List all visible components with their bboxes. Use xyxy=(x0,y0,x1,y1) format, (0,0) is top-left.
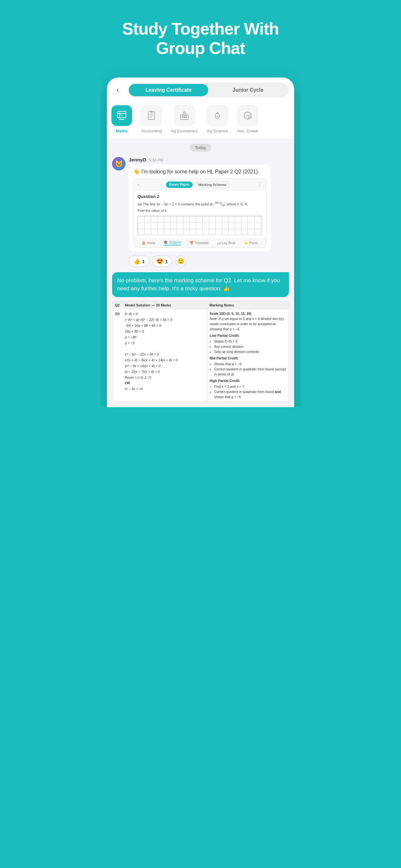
jenny-message-content: JennyD 5:34 PM 👋 I'm looking for some he… xyxy=(129,157,289,252)
jenny-bubble: 👋 I'm looking for some help on HL Paper … xyxy=(129,164,271,252)
thumbs-up-reaction[interactable]: 👍 1 xyxy=(129,255,149,267)
svg-text:+: + xyxy=(121,114,123,118)
outgoing-text: No problem, here's the marking scheme fo… xyxy=(117,277,284,292)
subject-item-anc-greek[interactable]: AG Anc. Greek xyxy=(233,103,263,138)
low-credit-label: Low Partial Credit: xyxy=(210,333,286,338)
footer-logbook[interactable]: 📖 Log Book xyxy=(217,241,235,245)
low-item-2: Any correct division xyxy=(214,344,286,349)
ag-economics-label: Ag Economics xyxy=(171,128,197,133)
anc-greek-icon-box: AG xyxy=(237,105,258,126)
notes-cell: Scale 20D (0, 5, 10, 15, 20) Note: If q … xyxy=(207,309,289,402)
marking-table: Q2 Model Solution — 30 Marks Marking Not… xyxy=(112,301,289,402)
answer-grid xyxy=(137,216,262,235)
solution-cell: f(−4) = 0 (−4)³ + q(−4)² − 22(−4) + 56 =… xyxy=(122,309,207,402)
question-text: (a) The line 3x − 6y + 2 = 0 contains th… xyxy=(137,201,262,213)
date-label: Today xyxy=(112,144,289,152)
anc-greek-label: Anc. Greek xyxy=(237,128,258,133)
col-notes: Marking Notes xyxy=(207,301,289,309)
heart-eyes-reaction[interactable]: 😍 1 xyxy=(152,255,172,267)
low-item-1: States f(−4) = 0 xyxy=(214,339,286,344)
tab-leaving-certificate[interactable]: Leaving Certificate xyxy=(129,84,208,96)
ag-science-icon-box xyxy=(207,105,227,126)
exam-preview-body: Question 2 (a) The line 3x − 6y + 2 = 0 … xyxy=(134,191,266,238)
smiley-icon: 🙂 xyxy=(177,258,184,265)
marking-scheme-tab[interactable]: Marking Scheme xyxy=(195,182,230,188)
back-button[interactable]: ‹ xyxy=(112,84,124,96)
note-intro: Note: If q set equal to 5 and x + 4 divi… xyxy=(210,317,284,331)
row-part: (b) xyxy=(112,309,122,402)
jenny-username: JennyD xyxy=(129,157,146,162)
outgoing-message: No problem, here's the marking scheme fo… xyxy=(112,272,289,402)
tab-junior-cycle[interactable]: Junior Cycle xyxy=(208,84,288,96)
tab-bar: ‹ Leaving Certificate Junior Cycle xyxy=(107,78,294,97)
svg-point-16 xyxy=(217,116,218,117)
subjects-row: + Maths Accounting xyxy=(107,97,294,138)
ag-economics-icon-box xyxy=(174,105,195,126)
mid-item-2: Correct quotient in quadratic form found… xyxy=(214,367,286,377)
high-credit-label: High Partial Credit: xyxy=(210,378,286,383)
outgoing-bubble: No problem, here's the marking scheme fo… xyxy=(112,272,289,297)
phone-container: ‹ Leaving Certificate Junior Cycle + xyxy=(100,71,301,407)
accounting-icon-box xyxy=(141,105,162,126)
question-title: Question 2 xyxy=(137,194,262,199)
marking-notes: Scale 20D (0, 5, 10, 15, 20) Note: If q … xyxy=(210,311,286,399)
maths-icon-box: + xyxy=(112,105,132,126)
col-q2: Q2 xyxy=(112,301,122,309)
footer-subjects[interactable]: 📚 Subjects xyxy=(164,241,181,245)
low-credit-list: States f(−4) = 0 Any correct division Se… xyxy=(214,339,286,354)
scale-text: Scale 20D (0, 5, 10, 15, 20) xyxy=(210,312,251,315)
jenny-avatar: 🐱 xyxy=(112,157,126,170)
heart-eyes-count: 1 xyxy=(165,259,167,264)
subject-item-ag-science[interactable]: Ag Science xyxy=(202,103,233,138)
col-solution: Model Solution — 30 Marks xyxy=(122,301,207,309)
subject-item-maths[interactable]: + Maths xyxy=(107,103,136,138)
incoming-message: 🐱 JennyD 5:34 PM 👋 I'm looking for some … xyxy=(112,157,289,252)
jenny-message-text: 👋 I'm looking for some help on HL Paper … xyxy=(133,168,266,175)
hero-section: Study Together With Group Chat xyxy=(100,0,301,71)
ag-science-label: Ag Science xyxy=(207,128,228,133)
exam-preview-tabs: Exam Paper Marking Scheme xyxy=(166,182,230,188)
jenny-timestamp: 5:34 PM xyxy=(149,158,163,162)
table-header-row: Q2 Model Solution — 30 Marks Marking Not… xyxy=(112,301,289,309)
svg-rect-15 xyxy=(186,116,187,118)
mid-item-1: Shows that q = −5 xyxy=(214,362,286,367)
mid-credit-list: Shows that q = −5 Correct quotient in qu… xyxy=(214,362,286,377)
exam-preview-header: ‹ Exam Paper Marking Scheme ⋮ xyxy=(134,179,266,191)
thumbs-up-emoji: 👍 xyxy=(133,258,141,265)
high-item-2: Correct quotient in quadratic form found… xyxy=(214,390,286,400)
svg-rect-14 xyxy=(184,116,185,118)
high-item-1: Find x = 2 and x = 7 xyxy=(214,384,286,390)
svg-text:AG: AG xyxy=(249,117,252,119)
exam-paper-tab[interactable]: Exam Paper xyxy=(166,182,193,188)
marking-scheme-table: Q2 Model Solution — 30 Marks Marking Not… xyxy=(112,301,289,402)
tabs-wrapper: Leaving Certificate Junior Cycle xyxy=(127,83,289,97)
footer-points[interactable]: ⭐ Points xyxy=(244,241,258,245)
question-body: The line 3x − 6y + 2 = 0 contains the po… xyxy=(143,202,248,206)
subject-item-ag-economics[interactable]: Ag Economics xyxy=(166,103,202,138)
reactions-row: 👍 1 😍 1 🙂 xyxy=(129,255,289,267)
add-reaction-button[interactable]: 🙂 xyxy=(175,255,187,267)
svg-rect-13 xyxy=(182,116,183,118)
hero-title: Study Together With Group Chat xyxy=(113,20,288,58)
date-pill: Today xyxy=(190,144,212,152)
question-find: Find the value of k. xyxy=(137,209,167,213)
exam-preview-card[interactable]: ‹ Exam Paper Marking Scheme ⋮ Question 2 xyxy=(133,179,266,248)
accounting-label: Accounting xyxy=(141,128,162,133)
question-part: (a) xyxy=(137,202,143,206)
thumbs-up-count: 1 xyxy=(142,259,145,264)
phone-mockup: ‹ Leaving Certificate Junior Cycle + xyxy=(107,78,294,407)
mid-credit-label: Mid Partial Credit: xyxy=(210,356,286,361)
table-row: (b) f(−4) = 0 (−4)³ + q(−4)² − 22(−4) + … xyxy=(112,309,289,402)
high-credit-list: Find x = 2 and x = 7 Correct quotient in… xyxy=(214,384,286,399)
chat-area: Today 🐱 JennyD 5:34 PM 👋 I'm looking for… xyxy=(107,138,294,407)
footer-timetable[interactable]: 📅 Timetable xyxy=(189,241,209,245)
maths-label: Maths xyxy=(116,128,128,133)
exam-more-button[interactable]: ⋮ xyxy=(257,182,262,188)
message-header: JennyD 5:34 PM xyxy=(129,157,289,162)
exam-footer: 🏠 Home 📚 Subjects 📅 Timetable 📖 Log Book… xyxy=(134,238,266,247)
footer-home[interactable]: 🏠 Home xyxy=(142,241,155,245)
low-item-3: Sets up long division correctly xyxy=(214,349,286,354)
heart-eyes-emoji: 😍 xyxy=(156,258,163,265)
subject-item-accounting[interactable]: Accounting xyxy=(136,103,166,138)
